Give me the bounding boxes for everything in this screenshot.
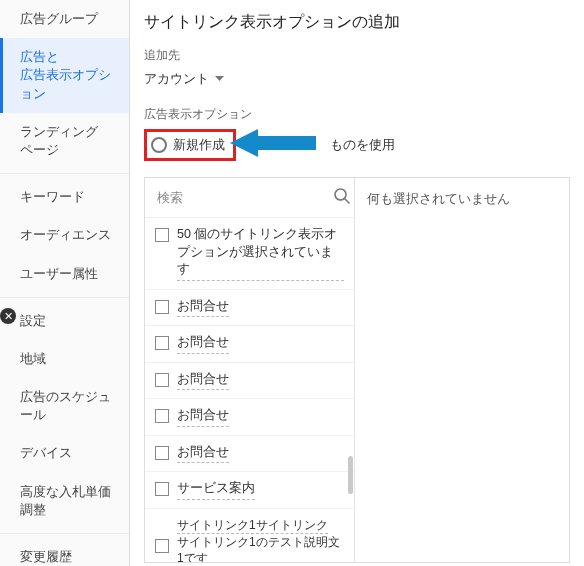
create-option-row: 新規作成 ものを使用 <box>144 129 570 161</box>
sidebar-item-change-history[interactable]: 変更履歴 <box>0 538 129 566</box>
checkbox[interactable] <box>155 300 169 314</box>
list-item[interactable]: お問合せ <box>145 436 354 473</box>
main-panel: サイトリンク表示オプションの追加 追加先 アカウント 広告表示オプション 新規作… <box>130 0 584 566</box>
extension-list[interactable]: 50 個のサイトリンク表示オプションが選択されています お問合せ お問合せ お問… <box>145 218 354 562</box>
divider <box>0 297 129 298</box>
sidebar-item-advanced-bid[interactable]: 高度な入札単価調整 <box>0 473 129 529</box>
radio-new-create-highlight: 新規作成 <box>144 129 236 161</box>
available-panel: 50 個のサイトリンク表示オプションが選択されています お問合せ お問合せ お問… <box>145 178 355 562</box>
none-selected-text: 何も選択されていません <box>367 191 510 206</box>
divider <box>0 533 129 534</box>
checkbox[interactable] <box>155 482 169 496</box>
list-item-label: 50 個のサイトリンク表示オプションが選択されています <box>177 226 344 281</box>
sidebar-item-audiences[interactable]: オーディエンス <box>0 216 129 254</box>
scrollbar[interactable] <box>348 456 353 494</box>
page-title: サイトリンク表示オプションの追加 <box>144 12 570 33</box>
sidebar-item-locations[interactable]: 地域 <box>0 340 129 378</box>
search-row <box>145 178 354 218</box>
list-item-label: お問合せ <box>177 298 229 318</box>
sidebar-item-devices[interactable]: デバイス <box>0 434 129 472</box>
sidebar-item-landing-pages[interactable]: ランディング ページ <box>0 113 129 169</box>
search-input[interactable] <box>155 189 327 206</box>
sidebar-item-settings[interactable]: 設定 <box>0 302 129 340</box>
checkbox[interactable] <box>155 336 169 350</box>
list-item-detail-lines: サイトリンク1サイトリンク サイトリンク1のテスト説明文1です サイトリンク1の… <box>177 517 344 563</box>
svg-line-3 <box>345 199 350 204</box>
list-item[interactable]: お問合せ <box>145 290 354 327</box>
collapse-sidebar-icon[interactable]: ✕ <box>0 308 16 324</box>
search-icon[interactable] <box>333 187 351 208</box>
list-item[interactable]: お問合せ <box>145 326 354 363</box>
checkbox[interactable] <box>155 446 169 460</box>
selected-panel: 何も選択されていません <box>355 178 569 562</box>
sidebar-item-ad-schedule[interactable]: 広告のスケジュール <box>0 378 129 434</box>
destination-label: 追加先 <box>144 47 570 64</box>
sidebar-item-keywords[interactable]: キーワード <box>0 178 129 216</box>
list-item[interactable]: サイトリンク1サイトリンク サイトリンク1のテスト説明文1です サイトリンク1の… <box>145 509 354 563</box>
account-dropdown[interactable]: アカウント <box>144 70 224 88</box>
list-item[interactable]: お問合せ <box>145 399 354 436</box>
detail-line: サイトリンク1サイトリンク <box>177 517 328 534</box>
list-item[interactable]: 50 個のサイトリンク表示オプションが選択されています <box>145 218 354 290</box>
sidebar: 広告グループ 広告と 広告表示オプション ランディング ページ キーワード オー… <box>0 0 130 566</box>
radio-new-create[interactable] <box>151 137 167 153</box>
list-item[interactable]: サービス案内 <box>145 472 354 509</box>
list-item-label: お問合せ <box>177 334 229 354</box>
account-dropdown-label: アカウント <box>144 70 209 88</box>
list-item[interactable]: お問合せ <box>145 363 354 400</box>
divider <box>0 173 129 174</box>
radio-new-create-label: 新規作成 <box>173 136 225 154</box>
detail-line: サイトリンク1のテスト説明文1です <box>177 534 344 562</box>
sidebar-item-ads-extensions[interactable]: 広告と 広告表示オプション <box>0 38 129 113</box>
sidebar-item-ad-groups[interactable]: 広告グループ <box>0 0 129 38</box>
list-item-label: お問合せ <box>177 444 229 464</box>
checkbox[interactable] <box>155 228 169 242</box>
sidebar-item-demographics[interactable]: ユーザー属性 <box>0 255 129 293</box>
use-existing-text: ものを使用 <box>330 136 395 154</box>
extension-section-label: 広告表示オプション <box>144 106 570 123</box>
list-item-label: お問合せ <box>177 371 229 391</box>
callout-arrow-icon <box>230 127 326 162</box>
list-item-label: サービス案内 <box>177 480 255 500</box>
list-item-label: お問合せ <box>177 407 229 427</box>
selection-panels: 50 個のサイトリンク表示オプションが選択されています お問合せ お問合せ お問… <box>144 177 570 563</box>
svg-rect-1 <box>258 136 316 150</box>
checkbox[interactable] <box>155 539 169 553</box>
chevron-down-icon <box>215 76 224 82</box>
checkbox[interactable] <box>155 409 169 423</box>
checkbox[interactable] <box>155 373 169 387</box>
